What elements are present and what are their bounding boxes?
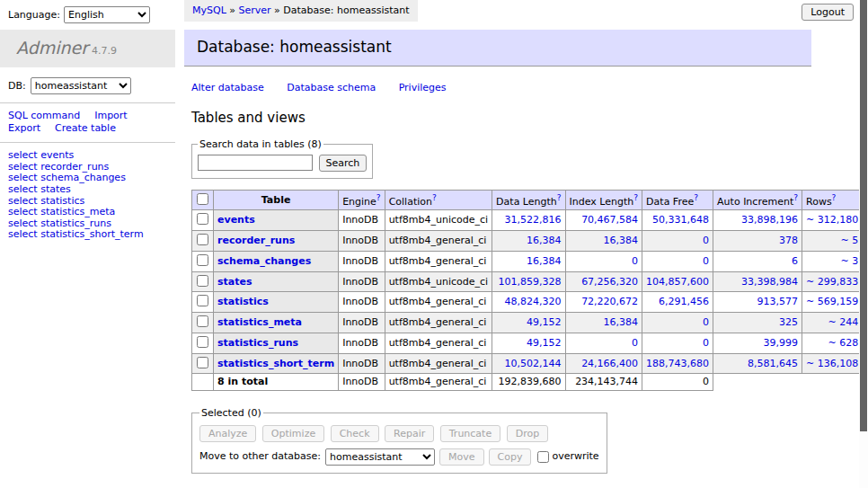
search-legend: Search data in tables (8)	[198, 138, 323, 151]
search-fieldset: Search data in tables (8) Search	[191, 138, 373, 179]
help-icon[interactable]: ?	[793, 193, 798, 202]
cell-data-free-link[interactable]: 188,743,680	[646, 358, 709, 369]
privileges-link[interactable]: Privileges	[399, 82, 447, 93]
help-icon[interactable]: ?	[376, 193, 381, 202]
cell-data-free-link[interactable]: 6,291,456	[659, 296, 709, 307]
scrollbar-thumb[interactable]	[860, 0, 867, 431]
row-checkbox[interactable]	[197, 213, 208, 225]
sidebar-item-statistics-meta[interactable]: select statistics_meta	[8, 207, 175, 218]
cell-rows-link[interactable]: ~ 569,159	[806, 296, 858, 307]
cell-auto-increment-link[interactable]: 325	[779, 316, 798, 328]
move-database-select[interactable]: homeassistant	[325, 448, 435, 466]
row-checkbox[interactable]	[197, 336, 208, 348]
row-checkbox[interactable]	[197, 295, 208, 306]
select-all-checkbox[interactable]	[197, 193, 208, 205]
cell-data-free-link[interactable]: 0	[703, 337, 709, 349]
cell-rows-link[interactable]: ~ 244	[828, 316, 858, 328]
cell-index-length-link[interactable]: 70,467,584	[581, 214, 638, 226]
total-data-free: 0	[642, 374, 713, 391]
cell-rows-link[interactable]: ~ 3	[840, 255, 858, 267]
cell-index-length-link[interactable]: 16,384	[604, 316, 639, 328]
table-link[interactable]: recorder_runs	[217, 235, 295, 246]
language-select[interactable]: English	[64, 6, 150, 23]
db-select[interactable]: homeassistant	[31, 77, 131, 94]
table-link[interactable]: statistics_runs	[217, 337, 298, 349]
row-checkbox[interactable]	[197, 275, 208, 287]
column-header-index-length: Index Length?	[565, 190, 642, 210]
database-schema-link[interactable]: Database schema	[287, 82, 376, 93]
cell-auto-increment-link[interactable]: 8,581,645	[748, 358, 798, 369]
help-icon[interactable]: ?	[432, 193, 437, 202]
cell-rows-link[interactable]: ~ 299,833	[806, 276, 858, 288]
table-link[interactable]: events	[217, 214, 255, 226]
truncate-button[interactable]: Truncate	[440, 425, 500, 442]
cell-rows-link[interactable]: ~ 312,180	[806, 214, 858, 226]
cell-data-free-link[interactable]: 0	[703, 316, 709, 328]
alter-database-link[interactable]: Alter database	[191, 82, 264, 93]
cell-auto-increment-link[interactable]: 913,577	[757, 296, 799, 307]
export-link[interactable]: Export	[8, 122, 40, 134]
cell-data-length-link[interactable]: 101,859,328	[499, 276, 562, 288]
help-icon[interactable]: ?	[832, 193, 837, 202]
repair-button[interactable]: Repair	[385, 425, 434, 442]
help-icon[interactable]: ?	[694, 193, 698, 202]
cell-index-length-link[interactable]: 67,256,320	[581, 276, 638, 288]
help-icon[interactable]: ?	[633, 193, 638, 202]
optimize-button[interactable]: Optimize	[262, 425, 324, 442]
drop-button[interactable]: Drop	[507, 425, 548, 442]
cell-auto-increment-link[interactable]: 6	[792, 255, 798, 267]
cell-data-free-link[interactable]: 50,331,648	[652, 214, 709, 226]
search-input[interactable]	[198, 155, 313, 171]
row-checkbox[interactable]	[197, 254, 208, 266]
row-checkbox[interactable]	[197, 234, 208, 245]
table-row: statistics_short_term InnoDB utf8mb4_gen…	[192, 353, 868, 374]
cell-data-free-link[interactable]: 0	[703, 255, 709, 267]
scrollbar[interactable]	[859, 0, 868, 488]
sidebar-item-events[interactable]: select events	[8, 150, 175, 162]
cell-data-length-link[interactable]: 49,152	[527, 316, 562, 328]
cell-data-length-link[interactable]: 16,384	[527, 255, 562, 267]
table-link[interactable]: statistics_short_term	[217, 358, 334, 369]
help-icon[interactable]: ?	[557, 193, 562, 202]
row-checkbox[interactable]	[197, 357, 208, 368]
cell-rows-link[interactable]: ~ 628	[828, 337, 858, 349]
cell-rows-link[interactable]: ~ 5	[840, 235, 858, 246]
cell-data-length-link[interactable]: 10,502,144	[505, 358, 562, 369]
analyze-button[interactable]: Analyze	[199, 425, 256, 442]
cell-data-length-link[interactable]: 49,152	[527, 337, 562, 349]
cell-auto-increment-link[interactable]: 378	[779, 235, 798, 246]
cell-data-length-link[interactable]: 16,384	[527, 235, 562, 246]
table-link[interactable]: states	[217, 276, 252, 288]
cell-data-length-link[interactable]: 48,824,320	[505, 296, 562, 307]
table-link[interactable]: statistics	[217, 296, 269, 307]
overwrite-checkbox[interactable]	[537, 451, 549, 463]
column-header-data-free: Data Free?	[642, 190, 713, 210]
sql-command-link[interactable]: SQL command	[8, 110, 80, 121]
db-label: DB:	[8, 80, 26, 92]
sidebar-item-states[interactable]: select states	[8, 184, 175, 196]
table-link[interactable]: schema_changes	[217, 255, 311, 267]
search-button[interactable]: Search	[319, 155, 368, 172]
move-button[interactable]: Move	[439, 448, 484, 466]
cell-index-length-link[interactable]: 0	[632, 337, 638, 349]
cell-auto-increment-link[interactable]: 33,898,196	[741, 214, 798, 226]
cell-index-length-link[interactable]: 72,220,672	[581, 296, 638, 307]
cell-data-free-link[interactable]: 0	[703, 235, 709, 246]
column-header-table[interactable]: Table	[214, 190, 339, 210]
cell-rows-link[interactable]: ~ 136,108	[806, 358, 858, 369]
table-link[interactable]: statistics_meta	[217, 316, 302, 328]
check-button[interactable]: Check	[331, 425, 379, 442]
cell-auto-increment-link[interactable]: 33,398,984	[741, 276, 798, 288]
cell-auto-increment-link[interactable]: 39,999	[764, 337, 799, 349]
copy-button[interactable]: Copy	[489, 448, 532, 466]
create-table-link[interactable]: Create table	[55, 122, 116, 134]
import-link[interactable]: Import	[94, 110, 128, 121]
cell-data-free-link[interactable]: 104,857,600	[646, 276, 709, 288]
table-header-row: Table Engine? Collation? Data Length? In…	[192, 190, 868, 210]
sidebar-item-statistics-short-term[interactable]: select statistics_short_term	[8, 229, 175, 241]
cell-data-length-link[interactable]: 31,522,816	[505, 214, 562, 226]
row-checkbox[interactable]	[197, 315, 208, 327]
cell-index-length-link[interactable]: 0	[632, 255, 638, 267]
cell-index-length-link[interactable]: 16,384	[604, 235, 639, 246]
cell-index-length-link[interactable]: 24,166,400	[581, 358, 638, 369]
